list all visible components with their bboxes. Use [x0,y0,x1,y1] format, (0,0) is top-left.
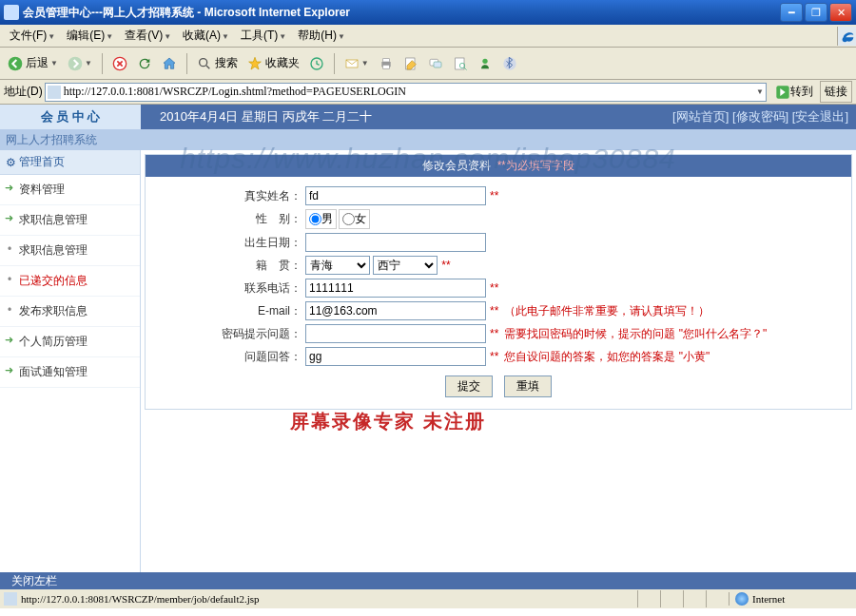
top-strip: 会 员 中 心 2010年4月4日 星期日 丙戌年 二月二十 [网站首页] [修… [0,105,856,129]
sidebar-item-submitted[interactable]: 已递交的信息 [0,266,140,297]
sidebar-item-interview[interactable]: 面试通知管理 [0,357,140,388]
svg-point-14 [482,58,487,63]
hint-email: （此电子邮件非常重要，请认真填写！） [504,303,710,319]
window-maximize-button[interactable]: ❐ [805,3,827,22]
window-close-button[interactable]: ✕ [829,3,852,22]
status-cell [683,590,706,607]
member-center-logo: 会 员 中 心 [0,105,141,129]
window-title: 会员管理中心---网上人才招聘系统 - Microsoft Internet E… [23,5,778,21]
required-mark: ** [490,281,498,295]
sidebar-item-publish[interactable]: 发布求职信息 [0,297,140,327]
links-button[interactable]: 链接 [820,81,852,103]
input-email[interactable] [305,301,486,320]
input-answer[interactable] [305,347,486,366]
gear-icon: ⚙ [6,156,16,169]
sidebar-item-resume[interactable]: 个人简历管理 [0,327,140,357]
messenger-button[interactable] [474,52,496,75]
refresh-button[interactable] [133,52,156,75]
security-zone: Internet [729,592,852,606]
svg-rect-12 [455,58,463,69]
select-province[interactable]: 青海 [305,256,370,275]
svg-point-3 [200,58,207,66]
print-button[interactable] [375,52,398,75]
label-birth: 出生日期： [153,235,305,251]
sidebar-header[interactable]: ⚙ 管理首页 [0,150,140,175]
favorites-button[interactable]: 收藏夹 [243,52,303,75]
stop-button[interactable] [108,52,131,75]
menubar: 文件(F)▼ 编辑(E)▼ 查看(V)▼ 收藏(A)▼ 工具(T)▼ 帮助(H)… [0,25,856,48]
status-cell [660,590,683,607]
home-button[interactable] [158,52,181,75]
menu-favorites[interactable]: 收藏(A)▼ [177,26,235,46]
back-button[interactable]: 后退▼ [4,52,62,75]
required-mark: ** [441,259,450,272]
status-text: http://127.0.0.1:8081/WSRCZP/member/job/… [21,593,637,605]
input-hint-question[interactable] [305,324,486,343]
label-realname: 真实姓名： [153,188,305,204]
sidebar-item-jobinfo[interactable]: 求职信息管理 [0,205,140,236]
status-cell [637,590,660,607]
menu-tools[interactable]: 工具(T)▼ [235,26,292,46]
page-content: 会 员 中 心 2010年4月4日 星期日 丙戌年 二月二十 [网站首页] [修… [0,105,856,587]
required-mark: ** [490,327,498,340]
menu-file[interactable]: 文件(F)▼ [4,26,61,46]
address-input[interactable] [64,85,754,99]
svg-point-0 [9,56,23,70]
app-icon [4,5,19,20]
hint-question: 需要找回密码的时候，提示的问题 "您叫什么名字？" [504,326,767,342]
address-label: 地址(D) [4,84,43,100]
sidebar: ⚙ 管理首页 资料管理 求职信息管理 求职信息管理 已递交的信息 发布求职信息 … [0,150,141,572]
address-input-wrap[interactable]: ▼ [45,83,767,102]
label-answer: 问题回答： [153,349,305,365]
input-phone[interactable] [305,279,486,298]
menu-edit[interactable]: 编辑(E)▼ [61,26,119,46]
sidebar-item-profile[interactable]: 资料管理 [0,175,140,205]
menu-help[interactable]: 帮助(H)▼ [292,26,351,46]
mail-button[interactable]: ▼ [340,52,373,75]
sidebar-item-jobinfo-manage[interactable]: 求职信息管理 [0,236,140,266]
history-button[interactable] [305,52,328,75]
address-bar: 地址(D) ▼ 转到 链接 [0,80,856,105]
page-icon [48,86,61,99]
window-minimize-button[interactable]: ━ [780,3,803,22]
required-mark: ** [490,350,498,363]
svg-rect-8 [382,65,389,68]
svg-rect-7 [382,58,389,61]
main-content: 修改会员资料 **为必填写字段 真实姓名： ** 性 别： 男 [141,150,856,572]
hint-answer: 您自设问题的答案，如您的答案是 "小黄" [504,349,710,365]
input-birth[interactable] [305,233,486,252]
label-native: 籍 贯： [153,258,305,274]
date-display: 2010年4月4日 星期日 丙戌年 二月二十 [160,108,372,125]
status-page-icon [4,592,17,606]
select-city[interactable]: 西宁 [373,256,438,275]
menu-view[interactable]: 查看(V)▼ [119,26,177,46]
input-realname[interactable] [305,186,486,205]
status-bar: http://127.0.0.1:8081/WSRCZP/member/job/… [0,587,856,608]
svg-rect-11 [434,62,441,67]
svg-point-1 [68,56,83,70]
top-links[interactable]: [网站首页] [修改密码] [安全退出] [672,108,848,125]
radio-female[interactable] [342,213,355,225]
submit-button[interactable]: 提交 [445,375,493,397]
label-phone: 联系电话： [153,280,305,297]
edit-button[interactable] [399,52,422,75]
close-left-panel[interactable]: 关闭左栏 [0,572,856,589]
label-email: E-mail： [153,303,305,319]
reset-button[interactable]: 重填 [504,375,552,397]
window-titlebar: 会员管理中心---网上人才招聘系统 - Microsoft Internet E… [0,0,856,25]
required-mark: ** [490,304,498,318]
ie-logo-icon [837,27,856,46]
radio-male[interactable] [309,213,321,225]
discuss-button[interactable] [424,52,447,75]
status-cell [706,590,729,607]
go-button[interactable]: 转到 [770,81,818,103]
toolbar: 后退▼ ▼ 搜索 收藏夹 ▼ [0,48,856,80]
forward-button[interactable]: ▼ [64,52,96,75]
search-button[interactable]: 搜索 [193,52,242,75]
research-button[interactable] [449,52,472,75]
required-mark: ** [490,189,498,202]
label-gender: 性 别： [153,211,305,227]
address-dropdown-icon[interactable]: ▼ [756,87,764,96]
form-title: 修改会员资料 **为必填写字段 [146,155,851,177]
bluetooth-button[interactable] [498,52,521,75]
